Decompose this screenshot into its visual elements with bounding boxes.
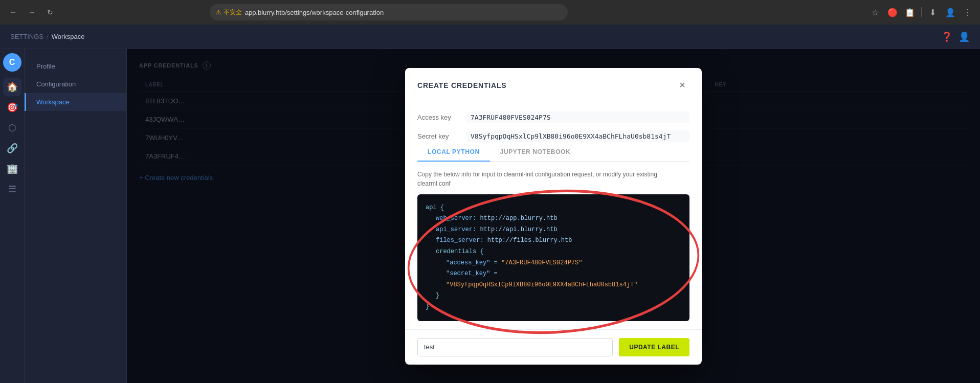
modal-header: CREATE CREDENTIALS × (405, 68, 702, 101)
breadcrumb: SETTINGS / Workspace (10, 33, 84, 40)
code-line-1: api { (426, 202, 681, 214)
modal-title: CREATE CREDENTIALS (417, 81, 506, 89)
modal-tab-content: Copy the below info for input to clearml… (405, 162, 702, 329)
sidebar-item-configuration[interactable]: Configuration (25, 75, 126, 93)
url-text: app.blurry.htb/settings/workspace-config… (245, 9, 384, 16)
secret-key-row: Secret key V8SyfpqpOqHSxlCp9lXB80i96o0E9… (417, 130, 689, 142)
forward-button[interactable]: → (25, 5, 39, 19)
user-profile-icon[interactable]: 👤 (959, 31, 970, 42)
icon-bar: C 🏠 🎯 ⬡ 🔗 🏢 ☰ (0, 49, 25, 383)
breadcrumb-sep: / (47, 33, 49, 40)
code-line-3: api_server: http://api.blurry.htb (426, 224, 681, 236)
secret-key-label: Secret key (417, 132, 458, 140)
app-body: C 🏠 🎯 ⬡ 🔗 🏢 ☰ Profile Configuration Work… (0, 49, 980, 383)
security-warning: ⚠ 不安全 (216, 8, 241, 17)
modal-tabs: LOCAL PYTHON JUPYTER NOTEBOOK (417, 143, 689, 162)
modal-body: Access key 7A3FRUF480FVES024P7S Secret k… (405, 101, 702, 143)
code-line-2: web_server: http://app.blurry.htb (426, 213, 681, 224)
code-line-7: "secret_key" = "V8SyfpqpOqHSxlCp9lXB80i9… (426, 268, 681, 290)
main-content: APP CREDENTIALS i LABEL KEY 8TL83TDO… (127, 49, 980, 383)
code-line-5: credentials { (426, 246, 681, 258)
app-topbar: SETTINGS / Workspace ❓ 👤 (0, 25, 980, 49)
sidebar-item-workspace[interactable]: Workspace (25, 93, 126, 111)
help-icon[interactable]: ❓ (941, 31, 952, 42)
download-icon[interactable]: ⬇ (927, 6, 939, 18)
menu-icon[interactable]: ⋮ (962, 6, 974, 18)
profile-icon[interactable]: 👤 (944, 6, 956, 18)
access-key-label: Access key (417, 114, 458, 121)
nav-home-icon[interactable]: 🏠 (3, 78, 21, 96)
tab-jupyter[interactable]: JUPYTER NOTEBOOK (490, 143, 581, 162)
nav-workspace-icon[interactable]: 🏢 (3, 160, 21, 178)
back-button[interactable]: ← (6, 5, 20, 19)
topbar-actions: ❓ 👤 (941, 31, 970, 42)
update-label-button[interactable]: UPDATE LABEL (619, 338, 689, 356)
code-line-8: } (426, 290, 681, 302)
secret-key-value: V8SyfpqpOqHSxlCp9lXB80i96o0E9XX4aBChFLha… (466, 130, 689, 142)
label-input[interactable] (417, 338, 613, 356)
code-line-6: "access_key" = "7A3FRUF480FVES024P7S" (426, 258, 681, 269)
code-line-9: } (426, 302, 681, 313)
code-block: api { web_server: http://app.blurry.htb … (417, 194, 689, 321)
modal-overlay: CREATE CREDENTIALS × Access key 7A3FRUF4… (127, 49, 980, 383)
browser-actions: ☆ 🔴 📋 ⬇ 👤 ⋮ (869, 6, 974, 18)
breadcrumb-settings: SETTINGS (10, 33, 43, 40)
app-logo: C (3, 53, 21, 72)
code-line-4: files_server: http://files.blurry.htb (426, 235, 681, 246)
access-key-value: 7A3FRUF480FVES024P7S (466, 111, 689, 123)
nav-links-icon[interactable]: 🔗 (3, 139, 21, 157)
app-container: SETTINGS / Workspace ❓ 👤 C 🏠 🎯 ⬡ 🔗 🏢 ☰ P… (0, 25, 980, 383)
extension-icon-1[interactable]: 🔴 (886, 6, 899, 18)
extensions-icon[interactable]: 📋 (904, 6, 916, 18)
reload-button[interactable]: ↻ (43, 5, 57, 19)
modal-footer: UPDATE LABEL (405, 329, 702, 365)
nav-targets-icon[interactable]: 🎯 (3, 98, 21, 117)
modal-close-button[interactable]: × (675, 78, 689, 93)
address-bar[interactable]: ⚠ 不安全 app.blurry.htb/settings/workspace-… (210, 4, 568, 20)
access-key-row: Access key 7A3FRUF480FVES024P7S (417, 111, 689, 123)
nav-list-icon[interactable]: ☰ (3, 180, 21, 198)
tab-local-python[interactable]: LOCAL PYTHON (417, 143, 490, 162)
create-credentials-modal: CREATE CREDENTIALS × Access key 7A3FRUF4… (405, 68, 702, 365)
star-icon[interactable]: ☆ (869, 6, 881, 18)
tab-description: Copy the below info for input to clearml… (417, 170, 689, 188)
breadcrumb-current: Workspace (52, 33, 85, 40)
nav-modules-icon[interactable]: ⬡ (3, 119, 21, 137)
sidebar: Profile Configuration Workspace (25, 49, 127, 383)
sidebar-item-profile[interactable]: Profile (25, 57, 126, 75)
browser-chrome: ← → ↻ ⚠ 不安全 app.blurry.htb/settings/work… (0, 0, 980, 25)
